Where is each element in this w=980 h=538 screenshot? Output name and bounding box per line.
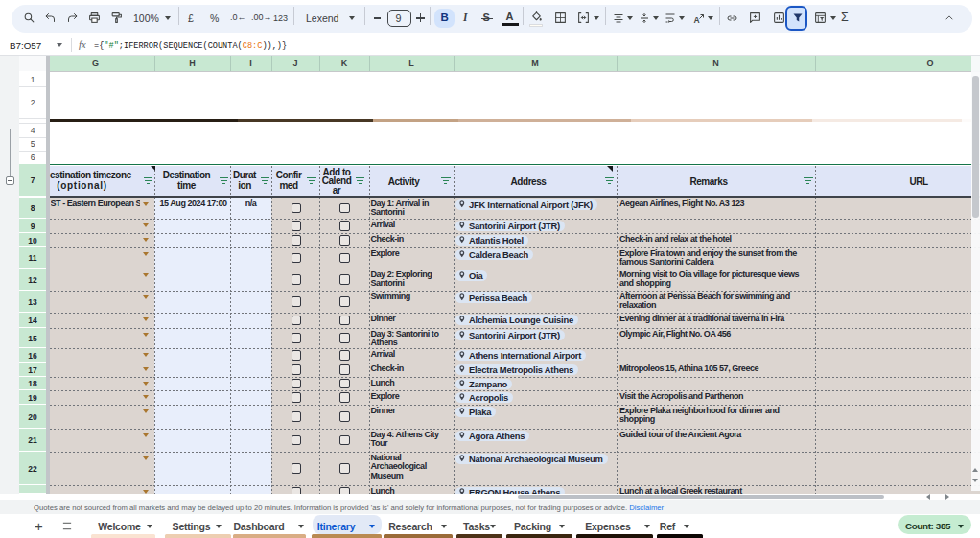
svg-text:A: A [694,15,700,25]
